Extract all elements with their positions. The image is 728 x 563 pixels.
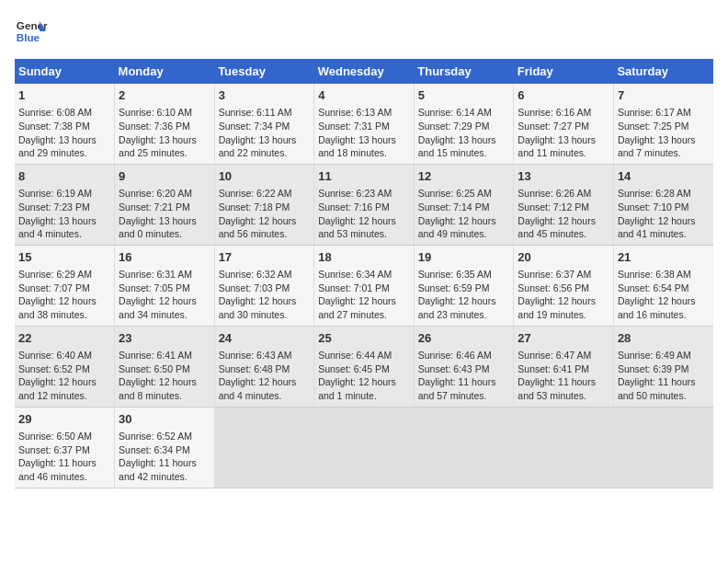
calendar-day-cell: 2Sunrise: 6:10 AM Sunset: 7:36 PM Daylig… [115,84,215,164]
calendar-day-cell: 4Sunrise: 6:13 AM Sunset: 7:31 PM Daylig… [314,84,415,164]
calendar-day-cell: 12Sunrise: 6:25 AM Sunset: 7:14 PM Dayli… [414,164,514,245]
day-number: 22 [18,330,110,347]
calendar-day-cell: 18Sunrise: 6:34 AM Sunset: 7:01 PM Dayli… [314,245,415,326]
calendar-day-cell: 27Sunrise: 6:47 AM Sunset: 6:41 PM Dayli… [514,326,614,407]
day-info: Sunrise: 6:16 AM Sunset: 7:27 PM Dayligh… [518,106,609,160]
calendar-day-cell: 22Sunrise: 6:40 AM Sunset: 6:52 PM Dayli… [15,326,115,407]
day-info: Sunrise: 6:19 AM Sunset: 7:23 PM Dayligh… [18,187,110,241]
day-number: 28 [618,330,710,347]
calendar-day-cell: 3Sunrise: 6:11 AM Sunset: 7:34 PM Daylig… [214,84,314,164]
calendar-day-cell: 25Sunrise: 6:44 AM Sunset: 6:45 PM Dayli… [314,326,415,407]
day-number: 21 [618,249,710,266]
calendar-day-cell: 10Sunrise: 6:22 AM Sunset: 7:18 PM Dayli… [214,164,314,245]
calendar-day-cell: 11Sunrise: 6:23 AM Sunset: 7:16 PM Dayli… [314,164,415,245]
calendar-day-cell: 24Sunrise: 6:43 AM Sunset: 6:48 PM Dayli… [214,326,314,407]
day-info: Sunrise: 6:20 AM Sunset: 7:21 PM Dayligh… [119,187,210,241]
calendar-week-row: 22Sunrise: 6:40 AM Sunset: 6:52 PM Dayli… [15,326,713,407]
day-number: 5 [418,87,510,104]
day-info: Sunrise: 6:28 AM Sunset: 7:10 PM Dayligh… [618,187,710,241]
day-info: Sunrise: 6:25 AM Sunset: 7:14 PM Dayligh… [418,187,510,241]
calendar-week-row: 15Sunrise: 6:29 AM Sunset: 7:07 PM Dayli… [15,245,713,326]
calendar-table: SundayMondayTuesdayWednesdayThursdayFrid… [15,59,713,488]
day-number: 30 [119,411,210,428]
header-day: Thursday [414,59,514,84]
day-number: 19 [418,249,510,266]
header-day: Monday [115,59,215,84]
calendar-day-cell [414,407,514,488]
day-info: Sunrise: 6:44 AM Sunset: 6:45 PM Dayligh… [318,349,410,403]
day-info: Sunrise: 6:37 AM Sunset: 6:56 PM Dayligh… [518,268,609,322]
header-day: Saturday [613,59,713,84]
calendar-day-cell: 5Sunrise: 6:14 AM Sunset: 7:29 PM Daylig… [414,84,514,164]
day-number: 2 [119,87,210,104]
day-info: Sunrise: 6:10 AM Sunset: 7:36 PM Dayligh… [119,106,210,160]
day-info: Sunrise: 6:23 AM Sunset: 7:16 PM Dayligh… [318,187,410,241]
header-day: Friday [514,59,614,84]
day-info: Sunrise: 6:43 AM Sunset: 6:48 PM Dayligh… [219,349,311,403]
calendar-day-cell [514,407,614,488]
day-info: Sunrise: 6:17 AM Sunset: 7:25 PM Dayligh… [618,106,710,160]
calendar-day-cell: 16Sunrise: 6:31 AM Sunset: 7:05 PM Dayli… [115,245,215,326]
day-number: 14 [618,168,710,185]
day-number: 15 [18,249,110,266]
day-number: 8 [18,168,110,185]
calendar-week-row: 8Sunrise: 6:19 AM Sunset: 7:23 PM Daylig… [15,164,713,245]
calendar-day-cell: 9Sunrise: 6:20 AM Sunset: 7:21 PM Daylig… [115,164,215,245]
calendar-day-cell: 8Sunrise: 6:19 AM Sunset: 7:23 PM Daylig… [15,164,115,245]
header-day: Wednesday [314,59,415,84]
day-number: 23 [119,330,210,347]
day-number: 10 [219,168,311,185]
day-number: 7 [618,87,710,104]
day-number: 17 [219,249,311,266]
calendar-day-cell: 29Sunrise: 6:50 AM Sunset: 6:37 PM Dayli… [15,407,115,488]
header-row: SundayMondayTuesdayWednesdayThursdayFrid… [15,59,713,84]
day-info: Sunrise: 6:34 AM Sunset: 7:01 PM Dayligh… [318,268,410,322]
day-info: Sunrise: 6:40 AM Sunset: 6:52 PM Dayligh… [18,349,110,403]
calendar-day-cell: 15Sunrise: 6:29 AM Sunset: 7:07 PM Dayli… [15,245,115,326]
calendar-day-cell: 17Sunrise: 6:32 AM Sunset: 7:03 PM Dayli… [214,245,314,326]
day-info: Sunrise: 6:41 AM Sunset: 6:50 PM Dayligh… [119,349,210,403]
day-number: 6 [518,87,609,104]
day-number: 29 [18,411,110,428]
day-info: Sunrise: 6:38 AM Sunset: 6:54 PM Dayligh… [618,268,710,322]
day-number: 4 [318,87,410,104]
logo: General Blue [15,15,51,48]
day-number: 18 [318,249,410,266]
day-info: Sunrise: 6:52 AM Sunset: 6:34 PM Dayligh… [119,430,210,484]
day-number: 20 [518,249,609,266]
day-info: Sunrise: 6:29 AM Sunset: 7:07 PM Dayligh… [18,268,110,322]
calendar-day-cell: 28Sunrise: 6:49 AM Sunset: 6:39 PM Dayli… [613,326,713,407]
day-number: 26 [418,330,510,347]
day-info: Sunrise: 6:46 AM Sunset: 6:43 PM Dayligh… [418,349,510,403]
calendar-week-row: 1Sunrise: 6:08 AM Sunset: 7:38 PM Daylig… [15,84,713,164]
calendar-day-cell: 23Sunrise: 6:41 AM Sunset: 6:50 PM Dayli… [115,326,215,407]
calendar-body: 1Sunrise: 6:08 AM Sunset: 7:38 PM Daylig… [15,84,713,488]
svg-text:Blue: Blue [17,31,40,43]
day-info: Sunrise: 6:50 AM Sunset: 6:37 PM Dayligh… [18,430,110,484]
calendar-day-cell [314,407,415,488]
day-info: Sunrise: 6:47 AM Sunset: 6:41 PM Dayligh… [518,349,609,403]
day-number: 27 [518,330,609,347]
day-info: Sunrise: 6:26 AM Sunset: 7:12 PM Dayligh… [518,187,609,241]
logo-icon: General Blue [15,15,48,48]
day-number: 24 [219,330,311,347]
day-info: Sunrise: 6:11 AM Sunset: 7:34 PM Dayligh… [219,106,311,160]
calendar-week-row: 29Sunrise: 6:50 AM Sunset: 6:37 PM Dayli… [15,407,713,488]
calendar-day-cell: 14Sunrise: 6:28 AM Sunset: 7:10 PM Dayli… [613,164,713,245]
day-info: Sunrise: 6:13 AM Sunset: 7:31 PM Dayligh… [318,106,410,160]
day-info: Sunrise: 6:49 AM Sunset: 6:39 PM Dayligh… [618,349,710,403]
day-info: Sunrise: 6:31 AM Sunset: 7:05 PM Dayligh… [119,268,210,322]
calendar-day-cell: 19Sunrise: 6:35 AM Sunset: 6:59 PM Dayli… [414,245,514,326]
calendar-day-cell: 30Sunrise: 6:52 AM Sunset: 6:34 PM Dayli… [115,407,215,488]
calendar-day-cell: 7Sunrise: 6:17 AM Sunset: 7:25 PM Daylig… [613,84,713,164]
calendar-day-cell: 6Sunrise: 6:16 AM Sunset: 7:27 PM Daylig… [514,84,614,164]
day-info: Sunrise: 6:08 AM Sunset: 7:38 PM Dayligh… [18,106,110,160]
calendar-day-cell: 26Sunrise: 6:46 AM Sunset: 6:43 PM Dayli… [414,326,514,407]
calendar-day-cell: 20Sunrise: 6:37 AM Sunset: 6:56 PM Dayli… [514,245,614,326]
day-number: 16 [119,249,210,266]
calendar-day-cell: 1Sunrise: 6:08 AM Sunset: 7:38 PM Daylig… [15,84,115,164]
day-info: Sunrise: 6:22 AM Sunset: 7:18 PM Dayligh… [219,187,311,241]
header-day: Sunday [15,59,115,84]
day-number: 12 [418,168,510,185]
day-info: Sunrise: 6:32 AM Sunset: 7:03 PM Dayligh… [219,268,311,322]
